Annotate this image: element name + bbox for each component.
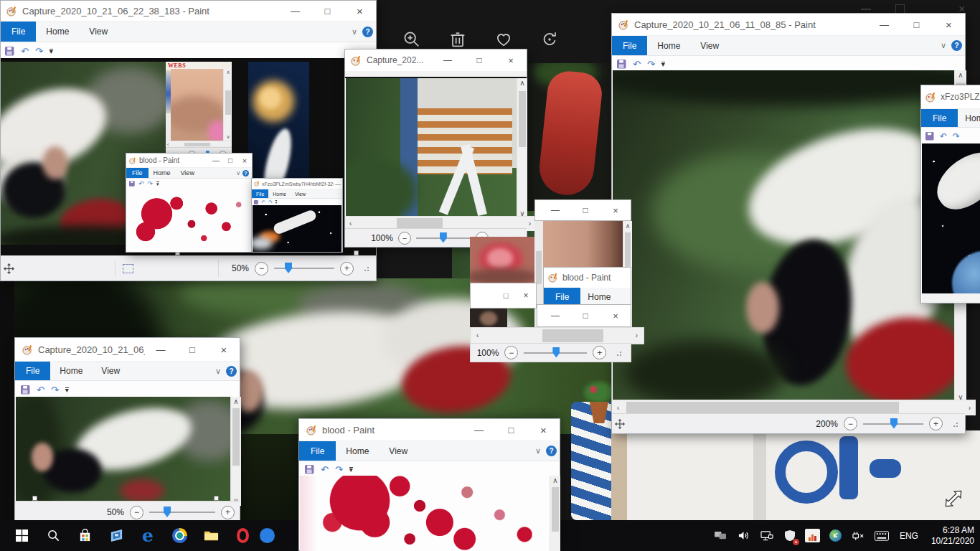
maximize-button[interactable]: □ — [223, 154, 237, 167]
undo-icon[interactable]: ↶ — [321, 464, 329, 475]
title-bar[interactable]: Capture_2020_10_21_06_22_38_183 - Paint … — [1, 1, 376, 22]
favorite-icon[interactable] — [494, 29, 514, 50]
help-icon[interactable]: ? — [242, 170, 249, 176]
canvas[interactable] — [922, 143, 980, 293]
close-button[interactable]: × — [516, 283, 536, 308]
resize-grip[interactable] — [364, 265, 369, 271]
minimize-button[interactable]: — — [868, 14, 900, 35]
help-icon[interactable]: ? — [951, 40, 962, 51]
minimize-button[interactable]: — — [209, 154, 223, 167]
vertical-scrollbar[interactable]: ∧ ∨ — [230, 397, 241, 506]
close-button[interactable]: × — [495, 50, 527, 71]
customize-toolbar-icon[interactable]: ▾ — [156, 182, 159, 186]
tab-file[interactable]: File — [921, 109, 958, 127]
help-icon[interactable]: ? — [362, 27, 373, 37]
zoom-in-icon[interactable] — [402, 29, 422, 50]
customize-toolbar-icon[interactable]: ▾ — [65, 387, 69, 392]
title-bar[interactable]: Capture_2020_10_21_06_... — □ × — [15, 338, 240, 362]
zoom-out-button[interactable]: − — [504, 346, 518, 359]
zoom-slider[interactable] — [149, 512, 215, 513]
title-bar[interactable]: Capture_2020_10_21_06_11_08_85 - Paint —… — [612, 14, 965, 36]
title-bar[interactable]: blood - Paint — □ × — [126, 154, 252, 168]
canvas[interactable] — [613, 70, 954, 400]
horizontal-scrollbar[interactable]: ‹ › — [470, 327, 644, 344]
delete-icon[interactable] — [448, 29, 468, 50]
tab-file[interactable]: File — [252, 189, 268, 198]
power-x-icon[interactable] — [849, 520, 868, 551]
touch-keyboard-icon[interactable] — [872, 520, 891, 551]
vertical-scrollbar[interactable]: ∧ — [550, 476, 560, 551]
tab-view[interactable]: View — [379, 441, 418, 461]
ribbon-collapse-icon[interactable]: ∨ — [535, 446, 541, 456]
save-icon[interactable] — [129, 181, 135, 187]
rotate-icon[interactable] — [540, 29, 560, 50]
redo-icon[interactable]: ↷ — [268, 199, 273, 205]
customize-toolbar-icon[interactable]: ▾ — [275, 200, 278, 204]
clock[interactable]: 6:28 AM 10/21/2020 — [927, 525, 974, 547]
selection-handle[interactable] — [32, 496, 37, 501]
minimize-button[interactable]: — — [540, 200, 570, 220]
zoom-in-button[interactable]: + — [221, 506, 235, 519]
customize-toolbar-icon[interactable]: ▾ — [349, 467, 353, 471]
maximize-button[interactable]: □ — [311, 1, 344, 21]
store-icon[interactable] — [69, 520, 100, 551]
close-button[interactable]: × — [600, 305, 631, 326]
save-icon[interactable] — [925, 132, 934, 141]
tab-home[interactable]: Home — [36, 22, 79, 42]
close-button[interactable]: × — [600, 200, 631, 220]
zoom-out-button[interactable]: − — [255, 262, 268, 276]
redo-icon[interactable]: ↷ — [647, 59, 655, 70]
network-display-icon[interactable] — [758, 520, 776, 551]
close-button[interactable]: × — [344, 1, 376, 21]
save-icon[interactable] — [305, 465, 314, 474]
media-app-icon[interactable] — [100, 520, 132, 551]
minimize-button[interactable]: — — [279, 1, 311, 21]
redo-icon[interactable]: ↷ — [51, 385, 59, 395]
zoom-slider[interactable] — [416, 237, 471, 239]
download-chart-icon[interactable] — [804, 520, 822, 551]
tab-home[interactable]: Home — [149, 168, 176, 178]
close-button[interactable]: × — [237, 154, 252, 167]
minimize-button[interactable]: — — [540, 305, 570, 326]
search-icon[interactable] — [37, 520, 69, 551]
zoom-slider[interactable] — [524, 352, 587, 354]
title-bar[interactable]: blood - Paint — [544, 268, 631, 288]
zoom-in-button[interactable]: + — [340, 262, 354, 276]
maximize-button[interactable]: □ — [496, 283, 516, 308]
zoom-out-button[interactable]: − — [844, 417, 857, 430]
minimize-button[interactable]: — — [145, 338, 176, 361]
tab-file[interactable]: File — [126, 168, 149, 178]
save-icon[interactable] — [254, 200, 258, 204]
canvas[interactable] — [253, 205, 341, 252]
undo-icon[interactable]: ↶ — [633, 59, 641, 70]
maximize-button[interactable]: □ — [570, 200, 600, 220]
desktop-icon[interactable] — [712, 520, 730, 551]
maximize-button[interactable]: □ — [900, 14, 933, 35]
selection-handle[interactable] — [354, 250, 359, 255]
tab-home[interactable]: Home — [647, 36, 690, 55]
canvas[interactable] — [300, 476, 550, 551]
redo-icon[interactable]: ↷ — [953, 131, 960, 141]
help-icon[interactable]: ? — [546, 446, 557, 456]
zoom-out-button[interactable]: − — [398, 232, 411, 245]
title-bar[interactable]: xFzo3PLZmSwby7H4hbMf2f-320-... — — [252, 179, 342, 189]
resize-grip[interactable] — [953, 421, 958, 427]
ribbon-collapse-icon[interactable]: ∨ — [236, 170, 240, 176]
tab-file[interactable]: File — [612, 36, 647, 55]
tab-home[interactable]: Home — [336, 441, 379, 461]
undo-icon[interactable]: ↶ — [261, 199, 265, 205]
idm-icon[interactable] — [826, 520, 845, 551]
redo-icon[interactable]: ↷ — [335, 464, 343, 475]
minimize-button[interactable]: — — [334, 179, 342, 189]
save-icon[interactable] — [5, 47, 14, 56]
close-button[interactable]: × — [933, 14, 965, 35]
tab-file[interactable]: File — [1, 22, 36, 42]
maximize-button[interactable]: □ — [176, 338, 208, 361]
tab-view[interactable]: View — [92, 362, 129, 380]
zoom-out-button[interactable]: − — [130, 506, 143, 519]
messenger-icon[interactable] — [258, 520, 275, 551]
title-bar[interactable]: blood - Paint — □ × — [299, 419, 560, 441]
defender-alert-icon[interactable]: × — [781, 520, 799, 551]
help-icon[interactable]: ? — [226, 366, 237, 377]
maximize-button[interactable]: □ — [570, 305, 600, 326]
